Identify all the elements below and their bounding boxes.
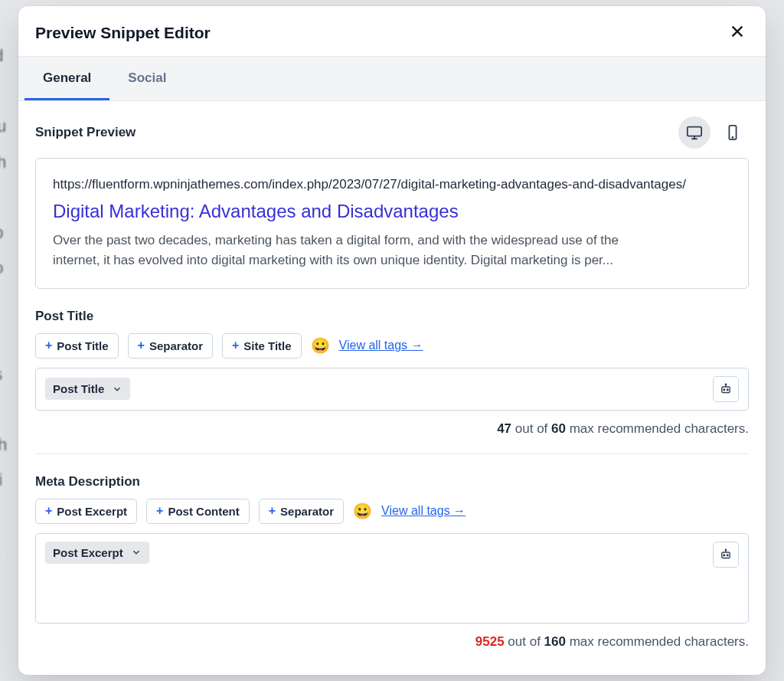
chevron-down-icon bbox=[112, 384, 122, 395]
tab-bar: General Social bbox=[18, 57, 766, 101]
tag-label: Post Content bbox=[168, 505, 239, 518]
modal-header: Preview Snippet Editor bbox=[18, 6, 766, 57]
device-toggle-group bbox=[678, 116, 749, 149]
ai-generate-button[interactable] bbox=[713, 376, 739, 402]
mobile-preview-button[interactable] bbox=[717, 116, 749, 149]
post-title-counter: 47 out of 60 max recommended characters. bbox=[35, 421, 749, 437]
count-max: 160 bbox=[544, 634, 566, 649]
meta-description-counter: 9525 out of 160 max recommended characte… bbox=[35, 634, 749, 650]
modal-body: Snippet Preview https://fluentform.wpnin… bbox=[18, 101, 766, 675]
plus-icon: + bbox=[232, 339, 239, 352]
svg-point-10 bbox=[725, 549, 727, 551]
snippet-editor-modal: Preview Snippet Editor General Social Sn… bbox=[18, 6, 766, 675]
chip-label: Post Title bbox=[53, 382, 104, 395]
plus-icon: + bbox=[45, 339, 52, 352]
tag-label: Post Excerpt bbox=[57, 505, 127, 518]
tag-post-excerpt[interactable]: +Post Excerpt bbox=[35, 499, 137, 524]
svg-point-9 bbox=[727, 555, 728, 556]
post-title-input[interactable]: Post Title bbox=[35, 368, 749, 411]
robot-icon bbox=[719, 382, 733, 396]
preview-description: Over the past two decades, marketing has… bbox=[53, 231, 635, 271]
svg-point-8 bbox=[724, 555, 725, 556]
robot-icon bbox=[719, 548, 733, 561]
desktop-preview-button[interactable] bbox=[678, 116, 710, 149]
tag-label: Separator bbox=[280, 505, 334, 518]
chip-label: Post Excerpt bbox=[53, 546, 123, 559]
tag-label: Site Title bbox=[243, 339, 291, 352]
chevron-down-icon bbox=[131, 547, 142, 558]
section-divider bbox=[35, 453, 749, 454]
meta-description-label: Meta Description bbox=[35, 474, 749, 489]
meta-description-input[interactable]: Post Excerpt bbox=[35, 533, 749, 624]
emoji-picker-button[interactable]: 😀 bbox=[311, 336, 330, 355]
svg-point-6 bbox=[725, 384, 727, 385]
post-title-tag-row: +Post Title +Separator +Site Title 😀 Vie… bbox=[35, 333, 749, 359]
snippet-preview-card: https://fluentform.wpninjathemes.com/ind… bbox=[35, 158, 749, 289]
snippet-preview-label: Snippet Preview bbox=[35, 125, 136, 140]
tab-social[interactable]: Social bbox=[109, 57, 185, 100]
post-excerpt-chip[interactable]: Post Excerpt bbox=[45, 542, 149, 564]
count-current: 9525 bbox=[475, 634, 505, 649]
desktop-icon bbox=[686, 124, 703, 141]
meta-description-tag-row: +Post Excerpt +Post Content +Separator 😀… bbox=[35, 499, 749, 524]
plus-icon: + bbox=[138, 339, 145, 352]
post-title-section: Post Title +Post Title +Separator +Site … bbox=[35, 309, 749, 437]
view-all-tags-link[interactable]: View all tags → bbox=[339, 339, 423, 352]
count-max: 60 bbox=[551, 421, 566, 436]
tag-post-title[interactable]: +Post Title bbox=[35, 333, 119, 359]
mobile-icon bbox=[724, 124, 741, 141]
tag-label: Separator bbox=[149, 339, 203, 352]
close-button[interactable] bbox=[726, 20, 749, 45]
preview-url: https://fluentform.wpninjathemes.com/ind… bbox=[53, 177, 731, 192]
tag-label: Post Title bbox=[57, 339, 108, 352]
post-title-chip[interactable]: Post Title bbox=[45, 378, 130, 400]
plus-icon: + bbox=[269, 505, 276, 517]
modal-title: Preview Snippet Editor bbox=[35, 24, 211, 42]
plus-icon: + bbox=[156, 505, 163, 517]
plus-icon: + bbox=[45, 505, 52, 517]
svg-point-2 bbox=[732, 137, 733, 138]
view-all-tags-link[interactable]: View all tags → bbox=[381, 504, 466, 518]
ai-generate-button[interactable] bbox=[713, 542, 739, 568]
tab-general[interactable]: General bbox=[24, 57, 109, 100]
tag-site-title[interactable]: +Site Title bbox=[222, 333, 302, 359]
post-title-label: Post Title bbox=[35, 309, 749, 324]
tag-separator[interactable]: +Separator bbox=[128, 333, 213, 359]
tag-post-content[interactable]: +Post Content bbox=[146, 499, 250, 524]
emoji-picker-button[interactable]: 😀 bbox=[353, 502, 372, 520]
tag-separator[interactable]: +Separator bbox=[259, 499, 344, 524]
svg-rect-0 bbox=[688, 127, 701, 136]
svg-point-4 bbox=[724, 389, 725, 391]
snippet-preview-header: Snippet Preview bbox=[35, 116, 749, 149]
close-icon bbox=[729, 23, 746, 40]
count-current: 47 bbox=[497, 421, 511, 436]
svg-point-5 bbox=[727, 389, 728, 391]
preview-title: Digital Marketing: Advantages and Disadv… bbox=[53, 200, 731, 223]
meta-description-section: Meta Description +Post Excerpt +Post Con… bbox=[35, 474, 749, 650]
